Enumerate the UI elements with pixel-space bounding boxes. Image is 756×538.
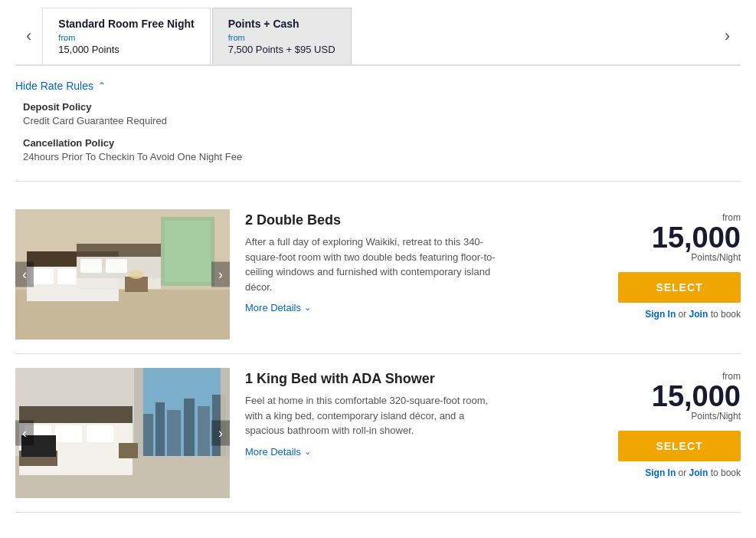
sign-in-link-king[interactable]: Sign In [645, 467, 676, 478]
sign-in-text-king: Sign In or Join to book [645, 467, 741, 478]
room-card-double-beds: ‹ [15, 195, 741, 354]
more-details-double[interactable]: More Details ⌄ [245, 302, 603, 313]
room-pricing-double: from 15,000 Points/Night SELECT Sign In … [618, 209, 741, 320]
to-book-double: to book [711, 309, 741, 320]
next-arrow-button[interactable]: › [714, 8, 741, 64]
svg-rect-11 [106, 259, 127, 273]
more-details-king-label: More Details [245, 446, 301, 458]
rate-spacer [353, 8, 714, 64]
deposit-policy-block: Deposit Policy Credit Card Guarantee Req… [23, 101, 733, 126]
rate-tab-points-cash-from: from [228, 33, 335, 42]
section-divider [15, 181, 741, 182]
svg-rect-10 [80, 259, 102, 273]
page-wrapper: ‹ Standard Room Free Night from 15,000 P… [0, 0, 756, 520]
pricing-unit-double: Points/Night [691, 252, 741, 263]
room-image-prev-button[interactable]: ‹ [15, 262, 34, 287]
svg-rect-20 [167, 410, 181, 456]
room-card-king-ada: ‹ [15, 354, 741, 513]
room-image-double: ‹ [15, 209, 230, 340]
rate-tab-standard-price: 15,000 Points [58, 44, 194, 55]
chevron-down-icon: ⌄ [304, 303, 311, 313]
rate-rules-toggle[interactable]: Hide Rate Rules ⌃ [15, 80, 741, 92]
rate-tab-standard[interactable]: Standard Room Free Night from 15,000 Poi… [42, 8, 210, 64]
room-name-double: 2 Double Beds [245, 212, 603, 228]
room-illustration-double [15, 209, 230, 340]
select-button-double[interactable]: SELECT [618, 272, 741, 303]
chevron-down-king-icon: ⌄ [304, 447, 311, 457]
deposit-policy-label: Deposit Policy [23, 101, 733, 113]
rate-selector: ‹ Standard Room Free Night from 15,000 P… [15, 8, 741, 66]
cancellation-policy-block: Cancellation Policy 24hours Prior To Che… [23, 137, 733, 162]
more-details-double-label: More Details [245, 302, 301, 313]
rate-tab-points-cash-price: 7,500 Points + $95 USD [228, 44, 335, 55]
room-desc-king: Feel at home in this comfortable 320-squ… [245, 393, 506, 438]
rate-rules-section: Deposit Policy Credit Card Guarantee Req… [15, 101, 741, 162]
svg-rect-30 [87, 425, 113, 442]
room-info-king: 1 King Bed with ADA Shower Feel at home … [245, 368, 603, 458]
rate-rules-toggle-label: Hide Rate Rules [15, 80, 93, 92]
chevron-up-icon: ⌃ [98, 80, 106, 91]
room-pricing-king: from 15,000 Points/Night SELECT Sign In … [618, 368, 741, 478]
rate-tab-standard-from: from [58, 33, 194, 42]
rate-tab-standard-title: Standard Room Free Night [58, 18, 194, 30]
room-name-king: 1 King Bed with ADA Shower [245, 371, 603, 387]
room-image-king-prev-button[interactable]: ‹ [15, 421, 34, 446]
rooms-list: ‹ [15, 195, 741, 513]
room-info-double: 2 Double Beds After a full day of explor… [245, 209, 603, 313]
pricing-points-king: 15,000 [652, 382, 741, 411]
select-button-king[interactable]: SELECT [618, 431, 741, 461]
svg-rect-19 [155, 402, 165, 456]
room-image-king: ‹ [15, 368, 230, 498]
pricing-unit-king: Points/Night [691, 411, 741, 422]
svg-rect-3 [165, 221, 211, 282]
room-illustration-king [15, 368, 230, 498]
join-link-king[interactable]: Join [689, 467, 709, 478]
or-text-double: or [679, 309, 689, 320]
deposit-policy-value: Credit Card Guarantee Required [23, 115, 733, 126]
to-book-king: to book [711, 467, 741, 478]
svg-rect-18 [142, 414, 153, 456]
svg-rect-6 [31, 269, 54, 284]
sign-in-text-double: Sign In or Join to book [645, 309, 741, 320]
or-text-king: or [679, 467, 689, 478]
cancellation-policy-value: 24hours Prior To Checkin To Avoid One Ni… [23, 151, 733, 162]
svg-rect-24 [134, 368, 143, 456]
svg-rect-29 [55, 425, 82, 442]
rate-tab-points-cash-title: Points + Cash [228, 18, 335, 30]
room-image-king-next-button[interactable]: › [211, 421, 230, 446]
join-link-double[interactable]: Join [689, 309, 709, 320]
room-image-next-button[interactable]: › [211, 262, 230, 287]
rate-tab-points-cash[interactable]: Points + Cash from 7,500 Points + $95 US… [212, 8, 352, 64]
pricing-points-double: 15,000 [652, 223, 741, 252]
svg-rect-21 [184, 399, 195, 456]
svg-point-13 [129, 270, 144, 279]
cancellation-policy-label: Cancellation Policy [23, 137, 733, 149]
svg-rect-22 [198, 406, 210, 456]
sign-in-link-double[interactable]: Sign In [645, 309, 676, 320]
more-details-king[interactable]: More Details ⌄ [245, 446, 603, 458]
room-desc-double: After a full day of exploring Waikiki, r… [245, 235, 506, 294]
svg-rect-34 [119, 443, 138, 458]
prev-arrow-button[interactable]: ‹ [15, 8, 42, 64]
